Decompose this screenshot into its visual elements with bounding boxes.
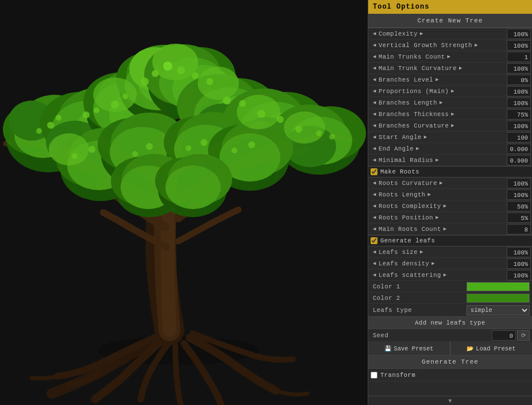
blevel-right-arrow[interactable]: ▶ xyxy=(434,76,440,83)
tool-options-panel: Tool Options Create New Tree ◀ Complexit… xyxy=(368,0,532,405)
proportions-left-arrow[interactable]: ◀ xyxy=(372,88,377,94)
roots-curvature-value[interactable]: 100% xyxy=(507,178,531,188)
color1-swatch[interactable] xyxy=(467,282,530,291)
svg-point-85 xyxy=(163,61,172,71)
rcurvature-left-arrow[interactable]: ◀ xyxy=(372,180,377,186)
lsize-left-arrow[interactable]: ◀ xyxy=(372,249,377,255)
bcurvature-left-arrow[interactable]: ◀ xyxy=(372,122,377,129)
save-preset-button[interactable]: 💾 Save Preset xyxy=(368,342,450,355)
seed-row: Seed 0 ⟳ xyxy=(368,329,532,342)
generate-leafs-checkbox[interactable] xyxy=(371,237,377,244)
eangle-left-arrow[interactable]: ◀ xyxy=(372,145,377,152)
bthickness-left-arrow[interactable]: ◀ xyxy=(372,111,377,117)
branches-level-value[interactable]: 0% xyxy=(507,75,531,85)
mradius-right-arrow[interactable]: ▶ xyxy=(434,157,440,163)
blevel-left-arrow[interactable]: ◀ xyxy=(372,76,377,83)
ldensity-right-arrow[interactable]: ▶ xyxy=(430,260,436,267)
roots-complexity-value[interactable]: 50% xyxy=(507,201,531,211)
branches-length-value[interactable]: 100% xyxy=(507,98,531,108)
minimal-radius-value[interactable]: 0.900 xyxy=(507,155,531,165)
transform-checkbox[interactable] xyxy=(371,372,377,379)
generate-leafs-label[interactable]: Generate leafs xyxy=(380,237,435,244)
leafs-scattering-value[interactable]: 100% xyxy=(507,270,531,280)
svg-point-75 xyxy=(284,111,325,144)
proportions-right-arrow[interactable]: ▶ xyxy=(450,88,456,94)
main-trunks-count-row: ◀ Main Trunks Count ▶ 1 xyxy=(368,51,532,63)
roots-length-value[interactable]: 100% xyxy=(507,190,531,200)
main-roots-count-value[interactable]: 8 xyxy=(507,224,531,234)
svg-point-79 xyxy=(83,111,90,118)
mtcurvature-right-arrow[interactable]: ▶ xyxy=(458,65,464,71)
complexity-right-arrow[interactable]: ▶ xyxy=(419,30,425,37)
leafs-type-label: Leafs type xyxy=(371,307,467,314)
blength-left-arrow[interactable]: ◀ xyxy=(372,99,377,106)
main-trunks-right-arrow[interactable]: ▶ xyxy=(446,53,452,60)
eangle-right-arrow[interactable]: ▶ xyxy=(415,145,421,152)
svg-point-102 xyxy=(232,148,237,153)
roots-position-value[interactable]: 5% xyxy=(507,213,531,223)
svg-point-82 xyxy=(122,94,128,99)
start-angle-value[interactable]: 100 xyxy=(507,132,531,142)
make-roots-label[interactable]: Make Roots xyxy=(380,168,419,175)
blength-right-arrow[interactable]: ▶ xyxy=(438,99,444,106)
branches-curvature-row: ◀ Branches Curvature ▶ 100% xyxy=(368,120,532,132)
roots-position-row: ◀ Roots Position ▶ 5% xyxy=(368,212,532,223)
main-trunk-curvature-value[interactable]: 100% xyxy=(507,63,531,74)
svg-point-80 xyxy=(94,107,99,113)
panel-title: Tool Options xyxy=(373,3,429,11)
rposition-left-arrow[interactable]: ◀ xyxy=(372,214,377,221)
main-trunks-left-arrow[interactable]: ◀ xyxy=(372,53,377,60)
svg-point-90 xyxy=(239,100,246,107)
make-roots-row: Make Roots xyxy=(368,166,532,178)
vgrowth-right-arrow[interactable]: ▶ xyxy=(473,42,479,48)
lscattering-right-arrow[interactable]: ▶ xyxy=(442,272,448,278)
complexity-value[interactable]: 100% xyxy=(507,29,531,39)
mtcurvature-left-arrow[interactable]: ◀ xyxy=(372,65,377,71)
leafs-type-select[interactable]: simple compound needle custom xyxy=(467,305,530,315)
ldensity-left-arrow[interactable]: ◀ xyxy=(372,260,377,267)
leafs-scattering-row: ◀ Leafs scattering ▶ 100% xyxy=(368,269,532,281)
sangle-right-arrow[interactable]: ▶ xyxy=(423,134,429,140)
add-new-leafs-type-button[interactable]: Add new leafs type xyxy=(368,317,532,329)
create-new-tree-button[interactable]: Create New Tree xyxy=(368,14,532,28)
load-preset-button[interactable]: 📂 Load Preset xyxy=(450,342,532,355)
scroll-down-icon: ▼ xyxy=(448,398,453,404)
rposition-right-arrow[interactable]: ▶ xyxy=(434,214,440,221)
lsize-right-arrow[interactable]: ▶ xyxy=(419,249,425,255)
generate-tree-button[interactable]: Generate Tree xyxy=(368,356,532,369)
vgrowth-left-arrow[interactable]: ◀ xyxy=(372,42,377,48)
rcurvature-right-arrow[interactable]: ▶ xyxy=(438,180,444,186)
complexity-row: ◀ Complexity ▶ 100% xyxy=(368,28,532,40)
branches-thickness-value[interactable]: 75% xyxy=(507,109,531,119)
mrcount-right-arrow[interactable]: ▶ xyxy=(442,226,448,232)
rcomplexity-right-arrow[interactable]: ▶ xyxy=(442,203,448,209)
rlength-right-arrow[interactable]: ▶ xyxy=(427,191,433,198)
lscattering-left-arrow[interactable]: ◀ xyxy=(372,272,377,278)
sangle-left-arrow[interactable]: ◀ xyxy=(372,134,377,140)
controls-panel[interactable]: ◀ Complexity ▶ 100% ◀ Vertical Growth St… xyxy=(368,28,532,396)
svg-point-73 xyxy=(198,67,239,100)
rlength-left-arrow[interactable]: ◀ xyxy=(372,191,377,198)
bcurvature-right-arrow[interactable]: ▶ xyxy=(450,122,456,129)
leafs-density-value[interactable]: 100% xyxy=(507,259,531,269)
vertical-growth-value[interactable]: 100% xyxy=(507,40,531,51)
end-angle-value[interactable]: 0.000 xyxy=(507,144,531,154)
branches-curvature-value[interactable]: 100% xyxy=(507,121,531,131)
bthickness-right-arrow[interactable]: ▶ xyxy=(450,111,456,117)
transform-label[interactable]: Transform xyxy=(380,372,415,379)
seed-refresh-button[interactable]: ⟳ xyxy=(517,330,530,341)
main-trunks-count-value[interactable]: 1 xyxy=(507,52,531,62)
make-roots-checkbox[interactable] xyxy=(371,168,377,175)
svg-point-88 xyxy=(206,78,213,85)
color2-swatch[interactable] xyxy=(467,294,530,303)
complexity-left-arrow[interactable]: ◀ xyxy=(372,30,377,37)
mradius-left-arrow[interactable]: ◀ xyxy=(372,157,377,163)
rcomplexity-left-arrow[interactable]: ◀ xyxy=(372,203,377,209)
svg-point-87 xyxy=(192,72,199,79)
leafs-size-value[interactable]: 100% xyxy=(507,247,531,257)
scroll-down-button[interactable]: ▼ xyxy=(368,396,532,405)
mrcount-left-arrow[interactable]: ◀ xyxy=(372,226,377,232)
proportions-main-value[interactable]: 100% xyxy=(507,86,531,97)
svg-point-76 xyxy=(47,122,54,129)
seed-value[interactable]: 0 xyxy=(492,330,516,341)
